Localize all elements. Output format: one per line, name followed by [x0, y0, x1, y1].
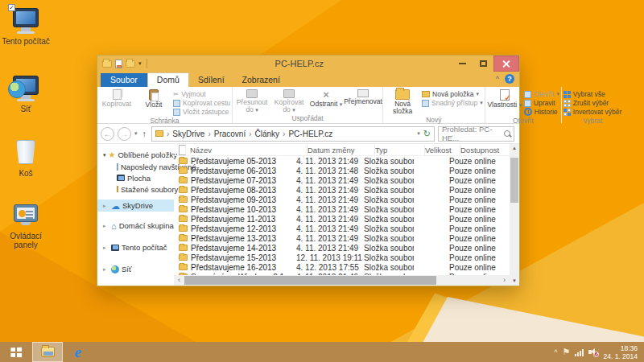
search-input[interactable]: Prohledat: PC-HE...: [438, 126, 514, 142]
help-icon[interactable]: ?: [505, 74, 514, 84]
tab-view[interactable]: Zobrazení: [233, 73, 289, 87]
title-bar[interactable]: ▾ PC-HELP.cz: [97, 56, 519, 72]
copy-to-button[interactable]: Kopírovat do ▾: [271, 88, 307, 113]
file-row[interactable]: Představujeme 12-2013 4. 11. 2013 21:49 …: [174, 224, 510, 233]
desktop-icon-control-panel[interactable]: Ovládací panely: [1, 201, 51, 249]
quick-access-toolbar[interactable]: ▾: [102, 59, 147, 68]
vertical-scrollbar[interactable]: ▲ ▼: [510, 144, 519, 286]
back-button[interactable]: ←: [101, 127, 114, 141]
expander-icon[interactable]: ▾: [103, 152, 106, 158]
taskbar-internet-explorer-button[interactable]: e: [63, 342, 93, 362]
tab-share[interactable]: Sdílení: [189, 73, 233, 87]
sidebar-item-network[interactable]: ▸ Síť: [97, 263, 174, 275]
column-header-date[interactable]: Datum změny: [308, 145, 375, 155]
invert-selection-button[interactable]: Invertovat výběr: [564, 108, 621, 116]
hidden-icons-chevron[interactable]: ^: [554, 348, 557, 356]
delete-button[interactable]: × Odstranit ▾: [308, 88, 344, 108]
file-row[interactable]: Představujeme 07-2013 4. 11. 2013 21:49 …: [174, 175, 510, 185]
file-row[interactable]: Představujeme 06-2013 4. 11. 2013 21:48 …: [174, 166, 510, 175]
rename-button[interactable]: Přejmenovat: [345, 88, 381, 105]
copy-path-button[interactable]: Kopírovat cestu: [173, 99, 230, 107]
crumb-skydrive[interactable]: SkyDrive: [172, 130, 204, 138]
up-button[interactable]: ↑: [141, 129, 149, 138]
scroll-up-icon[interactable]: ▲: [512, 144, 517, 153]
volume-muted-icon[interactable]: [588, 348, 598, 356]
file-row[interactable]: Představujeme 11-2013 4. 11. 2013 21:49 …: [174, 214, 510, 224]
sidebar-item-recent[interactable]: Naposledy navštívené: [97, 161, 174, 172]
expander-icon[interactable]: ▸: [103, 266, 109, 273]
tab-file[interactable]: Soubor: [101, 73, 147, 87]
paste-button[interactable]: Vložit: [136, 88, 171, 109]
properties-button[interactable]: ✓ Vlastnosti ▾: [487, 88, 522, 109]
this-pc-mini-icon: [111, 245, 119, 251]
scroll-left-icon[interactable]: ‹: [174, 275, 184, 286]
scroll-right-icon[interactable]: ›: [499, 275, 510, 286]
sidebar-item-skydrive[interactable]: ▸ ☁ SkyDrive: [97, 200, 174, 212]
expander-icon[interactable]: ▸: [103, 245, 109, 251]
select-all-checkbox[interactable]: [179, 145, 186, 155]
column-header-size[interactable]: Velikost: [425, 145, 460, 155]
horizontal-scrollbar[interactable]: ‹ ›: [174, 275, 510, 286]
network-signal-icon[interactable]: [575, 348, 584, 356]
crumb-pracovni[interactable]: Pracovní: [214, 130, 246, 138]
file-date-modified: 4. 11. 2013 21:49: [296, 205, 364, 214]
expander-icon[interactable]: ▸: [103, 223, 109, 229]
file-row[interactable]: Představujeme 15-2013 12. 11. 2013 19:11…: [174, 253, 510, 262]
qat-dropdown-icon[interactable]: ▾: [138, 60, 142, 67]
minimize-button[interactable]: [452, 56, 473, 72]
refresh-icon[interactable]: ↻: [423, 129, 431, 139]
file-row[interactable]: Představujeme 08-2013 4. 11. 2013 21:49 …: [174, 185, 510, 195]
file-row[interactable]: Představujeme 16-2013 4. 12. 2013 17:55 …: [174, 262, 510, 272]
sidebar-item-homegroup[interactable]: ▸ ⌂ Domácí skupina: [97, 220, 174, 232]
sidebar-favorites[interactable]: ▾ ★ Oblíbené položky: [97, 149, 174, 161]
forward-button[interactable]: →: [118, 127, 131, 141]
collapse-ribbon-icon[interactable]: ^: [496, 75, 499, 83]
edit-button[interactable]: Upravit: [524, 99, 559, 107]
taskbar-clock[interactable]: 18:36 24. 1. 2014: [603, 344, 638, 360]
column-header-availability[interactable]: Dostupnost: [460, 145, 510, 155]
maximize-button[interactable]: [473, 56, 493, 72]
file-row[interactable]: Představujeme 09-2013 4. 11. 2013 21:49 …: [174, 195, 510, 204]
qat-new-folder-icon[interactable]: [126, 60, 135, 68]
sidebar-item-desktop[interactable]: Plocha: [97, 172, 174, 183]
column-header-name[interactable]: Název: [190, 145, 308, 155]
sidebar-item-this-pc[interactable]: ▸ Tento počítač: [97, 241, 174, 253]
close-button[interactable]: [493, 56, 519, 72]
sidebar-item-downloads[interactable]: Stažené soubory: [97, 183, 174, 195]
horizontal-scroll-thumb[interactable]: [184, 276, 436, 285]
vertical-scroll-thumb[interactable]: [510, 158, 518, 203]
cut-button[interactable]: ✂Vyjmout: [173, 90, 230, 98]
paste-shortcut-button[interactable]: Vložit zástupce: [173, 108, 230, 116]
breadcrumb[interactable]: › SkyDrive › Pracovní › Články › PC-HELP…: [151, 126, 435, 142]
qat-properties-icon[interactable]: [115, 60, 122, 68]
desktop-icon-network[interactable]: Síť: [1, 74, 51, 113]
easy-access-button[interactable]: Snadný přístup ▾: [422, 99, 483, 107]
desktop-icon-recycle-bin[interactable]: Koš: [1, 138, 51, 178]
address-dropdown-icon[interactable]: ▾: [417, 130, 420, 137]
crumb-pc-help[interactable]: PC-HELP.cz: [288, 130, 332, 138]
copy-button[interactable]: Kopírovat: [99, 88, 134, 108]
expander-icon[interactable]: ▸: [103, 203, 109, 209]
file-row[interactable]: Představujeme 05-2013 4. 11. 2013 21:49 …: [174, 156, 510, 166]
new-item-button[interactable]: Nová položka ▾: [422, 90, 483, 98]
file-row[interactable]: Představujeme 14-2013 4. 11. 2013 21:49 …: [174, 243, 510, 253]
file-row[interactable]: Představujeme 13-2013 4. 11. 2013 21:49 …: [174, 233, 510, 243]
new-folder-button[interactable]: Novásložka: [385, 88, 420, 115]
move-to-button[interactable]: Přesunout do ▾: [234, 88, 270, 113]
scroll-down-icon[interactable]: ▼: [512, 277, 517, 286]
desktop-icon-this-pc[interactable]: ✓ Tento počítač: [1, 6, 51, 46]
select-all-button[interactable]: Vybrat vše: [564, 90, 621, 98]
taskbar-file-explorer-button[interactable]: [32, 342, 63, 362]
recent-locations-dropdown[interactable]: ▾: [134, 130, 138, 137]
history-button[interactable]: Historie: [524, 108, 559, 116]
delete-icon: ×: [323, 89, 329, 100]
file-row[interactable]: Představujeme 10-2013 4. 11. 2013 21:49 …: [174, 204, 510, 214]
action-center-flag-icon[interactable]: ⚑: [563, 347, 571, 357]
open-button[interactable]: Otevřít ▾: [524, 90, 559, 98]
column-header-type[interactable]: Typ: [375, 145, 425, 155]
selection-checkbox[interactable]: ✓: [8, 4, 15, 11]
tab-home[interactable]: Domů: [147, 72, 189, 87]
crumb-clanky[interactable]: Články: [255, 130, 280, 138]
start-button[interactable]: [0, 342, 32, 362]
select-none-button[interactable]: Zrušit výběr: [564, 99, 621, 107]
